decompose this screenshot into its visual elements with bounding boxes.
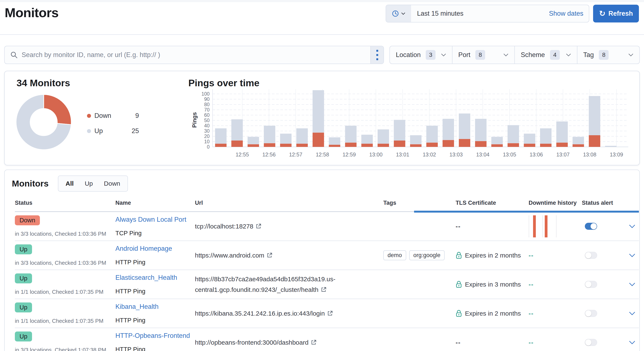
search-box bbox=[4, 46, 384, 64]
monitor-name-link[interactable]: Elasticsearch_Health bbox=[116, 274, 177, 282]
downtime-empty: -- bbox=[528, 339, 534, 346]
donut-legend: Down9Up25 bbox=[87, 112, 139, 135]
table-row: Upin 1/1 location, Checked 1:07:35 PMEla… bbox=[15, 270, 639, 299]
legend-item: Up25 bbox=[87, 127, 139, 135]
tls-expiry: Expires in 2 months bbox=[465, 252, 521, 259]
search-icon bbox=[10, 51, 18, 59]
external-link-icon bbox=[327, 311, 333, 316]
downtime-empty: -- bbox=[528, 252, 534, 259]
tab-down[interactable]: Down bbox=[98, 180, 126, 187]
downtime-cell: -- bbox=[528, 328, 582, 351]
downtime-cell: -- bbox=[528, 270, 582, 299]
external-link-icon bbox=[267, 252, 272, 258]
filter-port[interactable]: Port 8 bbox=[452, 46, 514, 64]
tag-badge[interactable]: demo bbox=[383, 250, 406, 260]
monitor-url[interactable]: https://www.android.com bbox=[195, 250, 272, 261]
monitor-name-link[interactable]: Kibana_Health bbox=[116, 303, 158, 311]
name-cell: HTTP-Opbeans-FrontendHTTP Ping bbox=[116, 328, 195, 351]
name-cell: Always Down Local PortTCP Ping bbox=[116, 212, 195, 241]
status-detail: in 1/1 location, Checked 1:07:35 PM bbox=[15, 289, 104, 295]
status-alert-toggle[interactable] bbox=[585, 223, 597, 230]
url-cell: https://www.android.com bbox=[195, 241, 383, 270]
status-detail: in 1/1 location, Checked 1:07:35 PM bbox=[15, 318, 104, 324]
tls-cell: Expires in 3 months bbox=[456, 270, 528, 299]
column-header-downtime: Downtime history bbox=[528, 200, 582, 206]
filter-scheme[interactable]: Scheme 4 bbox=[514, 46, 577, 64]
status-alert-toggle[interactable] bbox=[585, 310, 597, 317]
tab-all[interactable]: All bbox=[60, 180, 79, 187]
monitor-url[interactable]: https://8b37cb7ca2ae49ada54db165f32d3a19… bbox=[195, 274, 335, 295]
table-row: Downin 3/3 locations, Checked 1:03:36 PM… bbox=[15, 212, 639, 241]
tag-badge[interactable]: org:google bbox=[409, 250, 445, 260]
expand-row-button[interactable] bbox=[625, 212, 639, 241]
monitor-type: HTTP Ping bbox=[116, 346, 145, 351]
downtime-cell: -- bbox=[528, 299, 582, 328]
quick-select-button[interactable] bbox=[386, 5, 411, 22]
url-cell: https://kibana.35.241.242.16.ip.es.io:44… bbox=[195, 299, 383, 328]
tls-cell: -- bbox=[456, 212, 528, 241]
filter-label: Tag bbox=[583, 51, 594, 59]
downtime-gridline bbox=[542, 215, 543, 237]
column-header-url: Url bbox=[195, 200, 383, 206]
filter-group: Location 3 Port 8 Scheme 4 Tag 8 bbox=[390, 46, 640, 64]
status-alert-cell bbox=[582, 299, 625, 328]
status-alert-toggle[interactable] bbox=[585, 281, 597, 288]
svg-text:30: 30 bbox=[204, 128, 210, 134]
monitor-name-link[interactable]: HTTP-Opbeans-Frontend bbox=[116, 332, 190, 340]
expand-row-button[interactable] bbox=[625, 270, 639, 299]
external-link-icon bbox=[256, 223, 261, 229]
kebab-menu-icon[interactable] bbox=[370, 46, 384, 64]
search-input[interactable] bbox=[18, 51, 370, 59]
monitor-name-link[interactable]: Always Down Local Port bbox=[116, 216, 186, 223]
expand-chevron-icon bbox=[629, 283, 635, 286]
svg-text:60: 60 bbox=[204, 112, 210, 118]
monitor-name-link[interactable]: Android Homepage bbox=[116, 245, 172, 252]
filter-count-badge: 4 bbox=[550, 50, 560, 60]
svg-text:40: 40 bbox=[204, 123, 210, 128]
filter-tag[interactable]: Tag 8 bbox=[577, 46, 640, 64]
monitors-donut-chart bbox=[15, 93, 72, 151]
svg-text:50: 50 bbox=[204, 118, 210, 123]
filter-location[interactable]: Location 3 bbox=[390, 46, 452, 64]
monitor-url[interactable]: http://opbeans-frontend:3000/dashboard bbox=[195, 337, 316, 348]
filter-count-badge: 8 bbox=[475, 50, 485, 60]
table-row: Upin 3/3 locations, Checked 1:07:38 PMHT… bbox=[15, 328, 639, 351]
time-range-value[interactable]: Last 15 minutes bbox=[411, 10, 549, 17]
table-row: Upin 1/1 location, Checked 1:07:35 PMKib… bbox=[15, 299, 639, 328]
tls-cell: Expires in 2 months bbox=[456, 241, 528, 270]
status-badge: Up bbox=[15, 303, 32, 313]
tags-cell bbox=[383, 270, 456, 299]
legend-label: Up bbox=[94, 127, 122, 135]
url-cell: https://8b37cb7ca2ae49ada54db165f32d3a19… bbox=[195, 270, 383, 299]
monitors-list-title: Monitors bbox=[12, 179, 48, 189]
refresh-button[interactable]: ↻ Refresh bbox=[593, 5, 639, 22]
downtime-bar bbox=[533, 215, 536, 237]
refresh-icon: ↻ bbox=[599, 10, 606, 17]
tls-expiry: Expires in 3 months bbox=[465, 281, 521, 288]
tab-up[interactable]: Up bbox=[79, 180, 98, 187]
show-dates-link[interactable]: Show dates bbox=[549, 10, 589, 17]
status-detail: in 3/3 locations, Checked 1:03:36 PM bbox=[15, 260, 106, 266]
expand-row-button[interactable] bbox=[625, 299, 639, 328]
monitor-url[interactable]: https://kibana.35.241.242.16.ip.es.io:44… bbox=[195, 308, 333, 319]
svg-text:12:58: 12:58 bbox=[316, 152, 329, 157]
url-cell: http://opbeans-frontend:3000/dashboard bbox=[195, 328, 383, 351]
expand-chevron-icon bbox=[629, 341, 635, 345]
status-alert-toggle[interactable] bbox=[585, 339, 597, 346]
tls-empty: -- bbox=[456, 339, 461, 346]
svg-text:20: 20 bbox=[204, 134, 210, 139]
downtime-cell bbox=[528, 212, 582, 241]
filter-label: Location bbox=[396, 51, 421, 59]
status-alert-toggle[interactable] bbox=[585, 252, 597, 259]
downtime-sparkline bbox=[528, 215, 556, 237]
table-header-row: Status Name Url Tags TLS Certificate Dow… bbox=[15, 200, 639, 212]
super-date-picker[interactable]: Last 15 minutes Show dates bbox=[386, 5, 589, 22]
tls-expiry: Expires in 2 months bbox=[465, 310, 521, 317]
status-filter-tabs: All Up Down bbox=[58, 175, 128, 192]
expand-row-button[interactable] bbox=[625, 328, 639, 351]
pings-chart-title: Pings over time bbox=[188, 78, 260, 89]
expand-chevron-icon bbox=[629, 312, 635, 315]
svg-text:13:03: 13:03 bbox=[450, 152, 463, 157]
monitor-url[interactable]: tcp://localhost:18278 bbox=[195, 221, 261, 232]
expand-row-button[interactable] bbox=[625, 241, 639, 270]
